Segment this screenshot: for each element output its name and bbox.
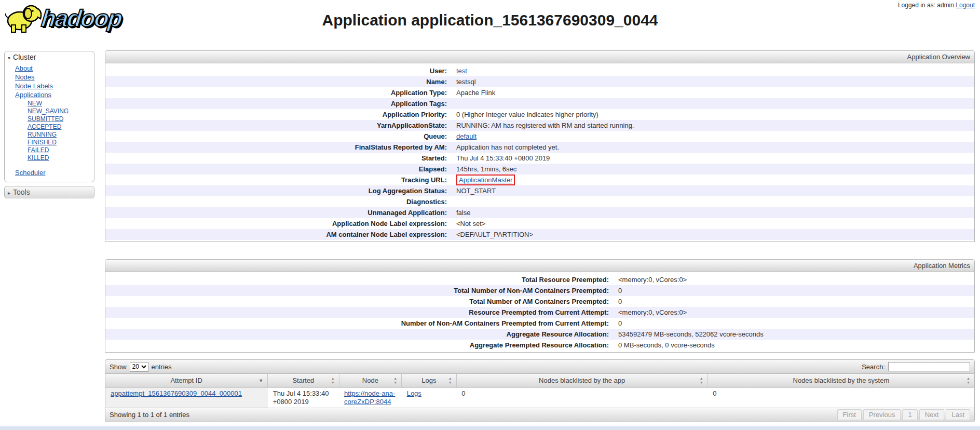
application-metrics-header: Application Metrics	[105, 260, 974, 272]
logout-link[interactable]: Logout	[956, 2, 975, 9]
sort-icon: ▲▼	[331, 377, 335, 385]
pagination-last-button[interactable]: Last	[946, 409, 970, 420]
info-label: Application Priority:	[105, 109, 452, 120]
info-label: Total Number of AM Containers Preempted:	[105, 296, 614, 307]
info-label: Number of Non-AM Containers Preempted fr…	[105, 318, 614, 329]
sidebar-state-link-new[interactable]: NEW	[28, 100, 42, 107]
info-label: Total Resource Preempted:	[105, 274, 614, 285]
info-row-am-container-node-label-expression: AM container Node Label expression:<DEFA…	[105, 229, 974, 240]
column-header-attempt-id[interactable]: Attempt ID▼	[105, 374, 268, 387]
blacklisted-system-cell: 0	[707, 387, 974, 408]
info-row-application-node-label-expression: Application Node Label expression:<Not s…	[105, 218, 974, 229]
info-value	[452, 196, 456, 207]
sidebar-state-link-accepted[interactable]: ACCEPTED	[28, 123, 61, 130]
info-label: AM container Node Label expression:	[105, 229, 452, 240]
info-row-application-type: Application Type:Apache Flink	[105, 87, 974, 98]
user-link[interactable]: test	[456, 67, 467, 75]
sidebar-item-applications: Applications	[15, 90, 94, 99]
info-row-application-priority: Application Priority:0 (Higher Integer v…	[105, 109, 974, 120]
logs-link[interactable]: Logs	[407, 389, 421, 397]
info-row-number-of-non-am-containers-preempted-from-current-attempt: Number of Non-AM Containers Preempted fr…	[105, 318, 974, 329]
cluster-panel-header[interactable]: ▾Cluster	[5, 51, 94, 63]
main-content: Application Overview User:testName:tests…	[105, 50, 975, 422]
sort-desc-icon: ▼	[258, 378, 263, 383]
sidebar-state-link-killed[interactable]: KILLED	[28, 154, 49, 162]
info-value: 145hrs, 1mins, 6sec	[452, 164, 516, 174]
info-value: test	[452, 65, 467, 76]
sidebar-link-about[interactable]: About	[15, 64, 33, 72]
sidebar-state-link-submitted[interactable]: SUBMITTED	[28, 115, 63, 123]
entries-per-page-select[interactable]: 20	[130, 362, 148, 372]
info-row-total-resource-preempted: Total Resource Preempted:<memory:0, vCor…	[105, 274, 974, 285]
sidebar-state-link-new-saving[interactable]: NEW_SAVING	[28, 108, 69, 115]
queue-link[interactable]: default	[456, 132, 477, 140]
info-label: YarnApplicationState:	[105, 120, 452, 131]
pagination-first-button[interactable]: First	[837, 409, 862, 420]
pagination-next-button[interactable]: Next	[919, 409, 945, 420]
info-label: Application Tags:	[105, 98, 452, 109]
sort-icon: ▲▼	[967, 377, 970, 385]
attempt-row: appattempt_1561367690309_0044_000001Thu …	[105, 387, 975, 408]
show-label: Show	[110, 363, 127, 371]
logs-cell: Logs	[402, 387, 457, 408]
info-row-queue: Queue:default	[105, 131, 974, 142]
info-label: Started:	[105, 153, 452, 164]
pagination: FirstPrevious1NextLast	[837, 409, 970, 420]
sidebar-item-nodes: Nodes	[15, 73, 94, 82]
info-value	[452, 98, 456, 109]
sidebar-link-applications[interactable]: Applications	[15, 91, 51, 99]
info-row-resource-preempted-from-current-attempt: Resource Preempted from Current Attempt:…	[105, 307, 974, 318]
tracking-url-link[interactable]: ApplicationMaster	[459, 176, 512, 184]
info-row-tracking-url: Tracking URL:ApplicationMaster	[105, 174, 974, 185]
caret-right-icon: ▸	[8, 190, 10, 196]
search-input[interactable]	[888, 362, 970, 371]
info-label: Aggregate Resource Allocation:	[105, 329, 614, 340]
sidebar-state-link-finished[interactable]: FINISHED	[28, 139, 57, 146]
attempt-id-link[interactable]: appattempt_1561367690309_0044_000001	[111, 389, 242, 397]
sidebar: ▾Cluster AboutNodesNode LabelsApplicatio…	[4, 51, 94, 198]
blacklisted-app-cell: 0	[456, 387, 707, 408]
sidebar-state-link-running[interactable]: RUNNING	[28, 131, 57, 138]
sidebar-item-node-labels: Node Labels	[15, 82, 94, 90]
tools-panel-header[interactable]: ▸Tools	[5, 186, 94, 198]
column-header-started[interactable]: Started▲▼	[268, 374, 339, 387]
info-value: 0	[614, 296, 622, 307]
info-value: <memory:0, vCores:0>	[614, 274, 687, 285]
info-row-name: Name:testsql	[105, 76, 974, 87]
info-value: false	[452, 207, 470, 218]
pagination-previous-button[interactable]: Previous	[863, 409, 901, 420]
info-value: 0	[614, 318, 622, 329]
sidebar-item-about: About	[15, 64, 94, 73]
node-link[interactable]: https://node-ana-coreZxDP:8044	[344, 389, 395, 406]
info-label: Name:	[105, 76, 452, 87]
info-row-yarnapplicationstate: YarnApplicationState:RUNNING: AM has reg…	[105, 120, 974, 131]
logged-in-label: Logged in as: admin	[898, 2, 954, 9]
application-states-list: NEWNEW_SAVINGSUBMITTEDACCEPTEDRUNNINGFIN…	[28, 100, 94, 162]
pagination-1-button[interactable]: 1	[902, 409, 917, 420]
column-header-nodes-blacklisted-by-the-system[interactable]: Nodes blacklisted by the system▲▼	[707, 374, 974, 387]
info-row-unmanaged-application: Unmanaged Application:false	[105, 207, 974, 218]
red-highlight-box: ApplicationMaster	[456, 174, 515, 185]
cluster-panel: ▾Cluster AboutNodesNode LabelsApplicatio…	[4, 51, 94, 182]
started-cell: Thu Jul 4 15:33:40 +0800 2019	[268, 387, 339, 408]
application-metrics-rows: Total Resource Preempted:<memory:0, vCor…	[105, 272, 974, 352]
sidebar-item-scheduler[interactable]: Scheduler	[15, 169, 46, 177]
info-value: Application has not completed yet.	[452, 142, 559, 153]
info-row-aggregate-preempted-resource-allocation: Aggregate Preempted Resource Allocation:…	[105, 340, 974, 351]
info-label: Diagnostics:	[105, 196, 452, 207]
column-header-logs[interactable]: Logs▲▼	[402, 374, 457, 387]
column-label: Node	[362, 377, 378, 384]
login-area: Logged in as: admin Logout	[898, 2, 975, 9]
column-label: Nodes blacklisted by the system	[793, 377, 890, 384]
column-header-node[interactable]: Node▲▼	[339, 374, 402, 387]
showing-entries-info: Showing 1 to 1 of 1 entries	[110, 411, 189, 419]
application-metrics-section: Application Metrics Total Resource Preem…	[105, 259, 975, 353]
sidebar-state-link-failed[interactable]: FAILED	[28, 146, 49, 154]
entries-label: entries	[152, 363, 172, 371]
column-header-nodes-blacklisted-by-the-app[interactable]: Nodes blacklisted by the app▲▼	[456, 374, 707, 387]
info-label: Unmanaged Application:	[105, 207, 452, 218]
sidebar-link-node-labels[interactable]: Node Labels	[15, 82, 53, 90]
info-value: Apache Flink	[452, 87, 495, 98]
info-value: <Not set>	[452, 218, 485, 229]
sidebar-link-nodes[interactable]: Nodes	[15, 73, 35, 81]
